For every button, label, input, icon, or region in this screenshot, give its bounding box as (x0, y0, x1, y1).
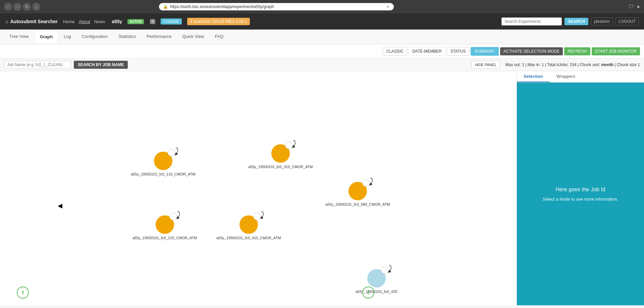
cursor-indicator: ◀ (58, 202, 62, 209)
browser-chrome: ← → ↻ ⌂ 🔒 https://earth.bsc.es/autosubmi… (0, 0, 644, 13)
tab-bar: Tree View Graph Log Configuration Statis… (0, 30, 644, 44)
header-right: SEARCH pbretonn LOGOUT (501, 17, 639, 25)
shield-icon: 🛡 (629, 4, 634, 10)
tab-tree-view[interactable]: Tree View (4, 31, 34, 43)
news-link[interactable]: News (94, 19, 105, 24)
search-left: SEARCH BY JOB NAME (4, 61, 128, 69)
count-badge: 9 (150, 19, 155, 24)
chunk-unit-text: Chunk unit: month (580, 62, 613, 67)
star-icon: ★ (386, 4, 390, 9)
change-button[interactable]: CHANGE (161, 18, 182, 24)
chunk-size-text: Chunk size 1 (617, 62, 640, 67)
address-bar[interactable]: 🔒 https://earth.bsc.es/autosubmitapp/exp… (159, 3, 394, 10)
esarchive-badge: ℹ esarchive 326.00 MB/s 2.00 s (187, 18, 250, 25)
search-by-job-name-button[interactable]: SEARCH BY JOB NAME (74, 61, 128, 69)
home-icon: ⌂ (5, 19, 8, 24)
node-label-2: a55y_19500101_fc0_310_CMOR_ATM (248, 165, 313, 169)
self-loop-2 (284, 138, 296, 150)
experiment-id: a55y (112, 19, 122, 24)
panel-tabs: Selection Wrappers (517, 71, 644, 83)
total-jobs-text: Total #Jobs: 154 (547, 62, 576, 67)
bottom-icon-right: ⇩ (362, 287, 374, 299)
bottom-icon-left: ⇧ (17, 287, 29, 299)
tab-configuration[interactable]: Configuration (76, 31, 113, 43)
graph-node-6[interactable]: a55y_19500101_fc0_420 (356, 269, 397, 294)
nav-buttons: ← → ↻ ⌂ (4, 3, 40, 11)
date-member-button[interactable]: DATE-MEMBER (409, 47, 445, 56)
max-in-text: Max in: 1 (528, 62, 544, 67)
browser-icons: 🛡 ● (629, 4, 640, 10)
lock-icon: 🔒 (163, 4, 168, 9)
header-nav: Home About News (63, 19, 105, 24)
tab-graph[interactable]: Graph (34, 31, 58, 43)
graph-node-3[interactable]: a55y_19500101_fc0_580_CMOR_ATM (325, 182, 390, 206)
forward-button[interactable]: → (13, 3, 21, 11)
back-button[interactable]: ← (4, 3, 12, 11)
search-bar: SEARCH BY JOB NAME HIDE PANEL Max out: 1… (0, 59, 644, 71)
hide-panel-button[interactable]: HIDE PANEL (471, 61, 500, 69)
refresh-button[interactable]: REFRESH (564, 47, 590, 55)
summary-button[interactable]: SUMMARY (471, 47, 498, 56)
active-badge: ACTIVE (127, 19, 144, 24)
toolbar: CLASSIC DATE-MEMBER STATUS SUMMARY ACTIV… (0, 44, 644, 59)
graph-node-1[interactable]: a55y_19500101_fc0_110_CMOR_ATM (131, 152, 195, 176)
download-icon: ⇩ (362, 287, 374, 299)
search-info: HIDE PANEL Max out: 1 | Max in: 1 | Tota… (471, 61, 640, 69)
select-node-message: Select a Node to see more information. (543, 197, 618, 202)
esarchive-label: esarchive (194, 19, 211, 24)
self-loop-6 (380, 263, 392, 275)
node-label-3: a55y_19500101_fc0_580_CMOR_ATM (325, 202, 390, 206)
self-loop-5 (252, 209, 264, 221)
tab-faq[interactable]: FAQ (209, 31, 229, 43)
app-logo: ⌂ Autosubmit Searcher (5, 19, 58, 24)
activate-selection-button[interactable]: ACTIVATE SELECTION MODE (500, 47, 563, 55)
node-label-5: a55y_19500101_fc0_410_CMOR_ATM (216, 236, 281, 240)
node-label-6: a55y_19500101_fc0_420 (356, 290, 397, 294)
tab-log[interactable]: Log (58, 31, 76, 43)
self-loop-3 (361, 176, 373, 188)
node-label-1: a55y_19500101_fc0_110_CMOR_ATM (131, 172, 195, 176)
panel-tab-selection[interactable]: Selection (517, 71, 550, 82)
tab-statistics[interactable]: Statistics (113, 31, 141, 43)
node-label-4: a55y_19500101_fc0_210_CMOR_ATM (132, 236, 197, 240)
graph-node-2[interactable]: a55y_19500101_fc0_310_CMOR_ATM (248, 144, 313, 169)
profile-icon: ● (637, 4, 640, 10)
logo-text: Autosubmit Searcher (10, 19, 58, 24)
tab-quick-view[interactable]: Quick View (177, 31, 210, 43)
max-out-text: Max out: 1 (505, 62, 524, 67)
panel-tab-wrappers[interactable]: Wrappers (550, 71, 582, 82)
upload-icon: ⇧ (17, 287, 29, 299)
home-link[interactable]: Home (63, 19, 75, 24)
classic-button[interactable]: CLASSIC (383, 47, 407, 56)
main-content: a55y_19500101_fc0_110_CMOR_ATM a55y_1950… (0, 71, 644, 305)
job-id-label: Here goes the Job Id (555, 187, 605, 193)
start-job-monitor-button[interactable]: START JOB MONITOR (592, 47, 640, 55)
search-experiments-input[interactable] (501, 17, 562, 25)
logout-button[interactable]: LOGOUT (615, 17, 639, 25)
tab-performance[interactable]: Performance (141, 31, 177, 43)
home-button[interactable]: ⌂ (32, 3, 40, 11)
user-button[interactable]: pbretonn (591, 17, 613, 25)
about-link[interactable]: About (79, 19, 90, 24)
self-loop-4 (168, 209, 180, 221)
graph-area[interactable]: a55y_19500101_fc0_110_CMOR_ATM a55y_1950… (0, 71, 517, 305)
url-text: https://earth.bsc.es/autosubmitapp/exper… (170, 4, 384, 9)
refresh-button[interactable]: ↻ (23, 3, 31, 11)
esarchive-data: 326.00 MB/s 2.00 s (212, 19, 247, 24)
self-loop-1 (166, 146, 178, 158)
panel-body: Here goes the Job Id Select a Node to se… (517, 83, 644, 305)
esarchive-icon: ℹ (191, 19, 192, 24)
status-button[interactable]: STATUS (447, 47, 470, 56)
app-header: ⌂ Autosubmit Searcher Home About News a5… (0, 13, 644, 30)
graph-node-4[interactable]: a55y_19500101_fc0_210_CMOR_ATM (132, 215, 197, 240)
right-panel: Selection Wrappers Here goes the Job Id … (517, 71, 644, 305)
graph-node-5[interactable]: a55y_19500101_fc0_410_CMOR_ATM (216, 215, 281, 240)
search-button[interactable]: SEARCH (565, 18, 588, 25)
job-name-input[interactable] (4, 61, 71, 69)
